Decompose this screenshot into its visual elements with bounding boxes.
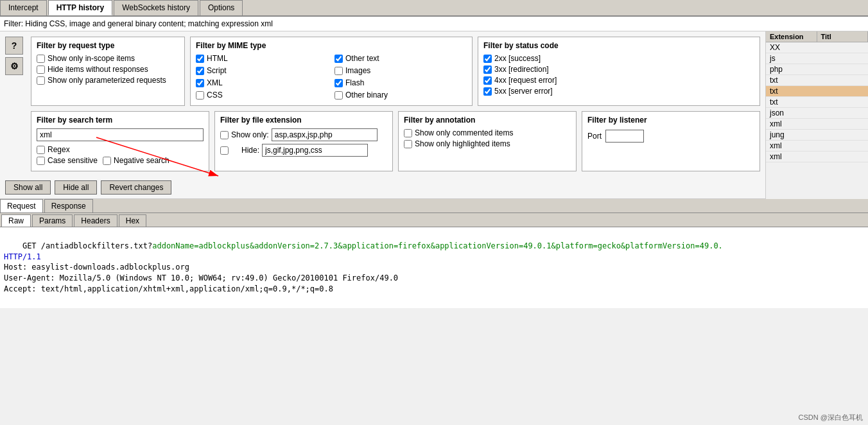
status-3xx-checkbox[interactable]	[483, 65, 492, 74]
mime-css-row: CSS	[196, 91, 328, 100]
mime-xml-checkbox[interactable]	[196, 79, 204, 87]
filter-status-bar: Filter: Hiding CSS, image and general bi…	[0, 17, 868, 31]
regex-row: Regex	[37, 145, 204, 154]
mime-images-checkbox[interactable]	[334, 67, 343, 75]
tab-hex[interactable]: Hex	[119, 214, 146, 227]
status-2xx-row: 2xx [success]	[483, 54, 754, 63]
hide-all-button[interactable]: Hide all	[55, 180, 97, 195]
checkbox-no-response: Hide items without responses	[37, 65, 179, 74]
filter-annotation-title: Filter by annotation	[404, 116, 571, 125]
request-protocol: HTTP/1.1	[4, 252, 41, 261]
negative-search-row: Negative search	[103, 156, 169, 165]
tab-headers[interactable]: Headers	[74, 214, 117, 227]
mime-script-checkbox[interactable]	[196, 67, 204, 75]
status-5xx-row: 5xx [server error]	[483, 87, 754, 96]
request-method: GET /antiadblockfilters.txt?	[22, 241, 152, 250]
tab-response[interactable]: Response	[44, 199, 93, 212]
tab-request[interactable]: Request	[0, 199, 43, 212]
side-icons: ? ⚙	[5, 37, 23, 106]
filter-extension-section: Filter by file extension Show only: Hide…	[214, 111, 393, 171]
highlighted-checkbox[interactable]	[404, 140, 412, 148]
filter-listener-title: Filter by listener	[587, 116, 754, 125]
commented-checkbox[interactable]	[404, 129, 412, 137]
revert-changes-button[interactable]: Revert changes	[101, 180, 171, 195]
right-item-xml2[interactable]: xml	[766, 141, 868, 152]
mime-css-checkbox[interactable]	[196, 91, 204, 100]
filter-status-section: Filter by status code 2xx [success] 3xx …	[478, 37, 760, 106]
right-item-txt2-selected[interactable]: txt	[766, 86, 868, 97]
tab-options[interactable]: Options	[200, 0, 243, 15]
settings-icon-button[interactable]: ⚙	[5, 57, 23, 75]
right-item-txt3[interactable]: txt	[766, 97, 868, 108]
mime-html-row: HTML	[196, 54, 328, 63]
show-only-ext-checkbox[interactable]	[220, 131, 229, 139]
inner-tab-bar: Raw Params Headers Hex	[0, 213, 868, 227]
checkbox-in-scope: Show only in-scope items	[37, 54, 179, 63]
case-sensitive-row: Case sensitive	[37, 156, 98, 165]
request-params: addonName=adblockplus&addonVersion=2.7.3…	[152, 241, 723, 250]
tab-bar: Intercept HTTP history WebSockets histor…	[0, 0, 868, 17]
right-item-php[interactable]: php	[766, 64, 868, 75]
port-input[interactable]	[605, 130, 644, 143]
tab-websockets-history[interactable]: WebSockets history	[114, 0, 198, 15]
mime-otherbinary-row: Other binary	[334, 91, 467, 100]
request-content-area: GET /antiadblockfilters.txt?addonName=ad…	[0, 227, 868, 308]
show-all-button[interactable]: Show all	[5, 180, 51, 195]
filter-search-section: Filter by search term Regex Case sensiti…	[31, 111, 209, 171]
port-label: Port	[587, 132, 602, 141]
show-only-ext-input[interactable]	[272, 128, 378, 141]
watermark: CSDN @深白色耳机	[799, 413, 863, 422]
checkbox-parameterized: Show only parameterized requests	[37, 76, 179, 85]
hide-ext-label: Hide:	[241, 146, 259, 155]
right-item-xml1[interactable]: xml	[766, 119, 868, 130]
search-term-input[interactable]	[37, 128, 204, 141]
negative-search-checkbox[interactable]	[103, 157, 111, 165]
right-item-jung[interactable]: jung	[766, 130, 868, 141]
filter-extension-title: Filter by file extension	[220, 116, 387, 125]
highlighted-row: Show only highlighted items	[404, 139, 571, 148]
filter-listener-section: Filter by listener Port	[582, 111, 760, 171]
status-4xx-row: 4xx [request error]	[483, 76, 754, 85]
hide-ext-input[interactable]	[262, 144, 368, 157]
filter-request-type-title: Filter by request type	[37, 41, 179, 50]
tab-intercept[interactable]: Intercept	[0, 0, 47, 15]
mime-flash-checkbox[interactable]	[334, 79, 343, 87]
port-row: Port	[587, 130, 754, 143]
action-row: Show all Hide all Revert changes	[0, 177, 765, 199]
in-scope-checkbox[interactable]	[37, 55, 45, 63]
status-2xx-checkbox[interactable]	[483, 55, 492, 63]
right-item-xx[interactable]: XX	[766, 42, 868, 53]
right-item-xml3[interactable]: xml	[766, 152, 868, 162]
mime-othertext-checkbox[interactable]	[334, 55, 343, 63]
filter-status-title: Filter by status code	[483, 41, 754, 50]
mime-html-checkbox[interactable]	[196, 55, 204, 63]
filter-annotation-section: Filter by annotation Show only commented…	[398, 111, 577, 171]
filter-mime-title: Filter by MIME type	[196, 41, 467, 50]
commented-row: Show only commented items	[404, 128, 571, 137]
help-icon-button[interactable]: ?	[5, 37, 23, 55]
status-5xx-checkbox[interactable]	[483, 87, 492, 96]
request-host-line: Host: easylist-downloads.adblockplus.org	[4, 263, 189, 272]
parameterized-checkbox[interactable]	[37, 76, 45, 85]
show-only-ext-label: Show only:	[231, 130, 269, 139]
right-item-js[interactable]: js	[766, 53, 868, 64]
right-item-txt1[interactable]: txt	[766, 75, 868, 86]
tab-http-history[interactable]: HTTP history	[48, 0, 112, 15]
no-response-checkbox[interactable]	[37, 65, 45, 74]
mime-flash-row: Flash	[334, 78, 467, 87]
filter-request-type-section: Filter by request type Show only in-scop…	[31, 37, 185, 106]
hide-ext-checkbox[interactable]	[220, 146, 229, 155]
right-panel-header: Extension Titl	[766, 31, 868, 42]
tab-params[interactable]: Params	[32, 214, 73, 227]
hide-ext-row: Hide:	[220, 144, 387, 157]
tab-raw[interactable]: Raw	[1, 214, 31, 227]
status-3xx-row: 3xx [redirection]	[483, 65, 754, 74]
status-4xx-checkbox[interactable]	[483, 76, 492, 85]
case-sensitive-checkbox[interactable]	[37, 157, 45, 165]
right-item-json[interactable]: json	[766, 108, 868, 119]
show-only-ext-row: Show only:	[220, 128, 387, 141]
mime-otherbinary-checkbox[interactable]	[334, 91, 343, 100]
mime-images-row: Images	[334, 66, 467, 75]
regex-checkbox[interactable]	[37, 146, 45, 154]
right-panel: Extension Titl XX js php txt txt txt jso…	[765, 31, 868, 199]
